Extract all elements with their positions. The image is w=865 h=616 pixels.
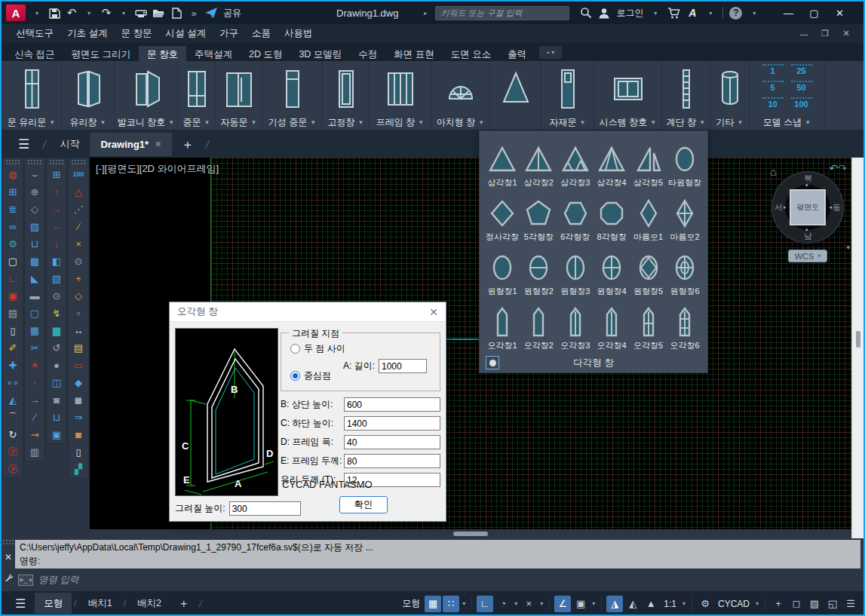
tool-icon[interactable]: ▣: [4, 287, 22, 305]
clean-screen[interactable]: ◱: [824, 596, 841, 612]
tool-icon[interactable]: ▭: [69, 357, 87, 374]
flyout-item-타원형창[interactable]: 타원형창: [667, 136, 703, 190]
customization-menu[interactable]: ☰: [842, 596, 859, 612]
tool-icon[interactable]: ↺: [48, 339, 66, 357]
vscroll-thumb[interactable]: [856, 331, 860, 348]
snap-value[interactable]: 1: [762, 64, 784, 81]
horizontal-scrollbar[interactable]: [90, 529, 852, 538]
viewcube-east[interactable]: 동: [833, 202, 841, 213]
save-icon[interactable]: [48, 5, 60, 20]
model-snap-grid[interactable]: 12555010100: [762, 63, 812, 115]
tool-icon[interactable]: ⋰: [69, 201, 87, 218]
tool-icon[interactable]: ✚: [4, 357, 22, 374]
workspace-label[interactable]: CYCAD: [715, 599, 753, 609]
search-input[interactable]: [435, 6, 569, 20]
tool-icon[interactable]: ⊞: [48, 166, 66, 183]
dropdown-icon[interactable]: ▾: [704, 5, 716, 20]
tool-icon[interactable]: ⇒: [69, 409, 87, 426]
polar-tracking-toggle[interactable]: ◔: [495, 596, 511, 612]
file-tab-menu-icon[interactable]: ☰: [8, 136, 40, 152]
flyout-item-오각창6[interactable]: 오각창6: [667, 299, 703, 353]
flyout-item-5각형창[interactable]: 5각형창: [520, 190, 557, 244]
flyout-item-오각창4[interactable]: 오각창4: [594, 299, 630, 353]
radio-two-points[interactable]: 두 점 사이: [290, 342, 345, 355]
door-glass-icon[interactable]: [14, 63, 49, 115]
person-icon[interactable]: [598, 5, 610, 20]
layout-tab-배치1[interactable]: 배치1: [79, 593, 121, 614]
tool-icon[interactable]: ◙: [69, 426, 87, 443]
tool-icon[interactable]: Ⓟ: [4, 461, 22, 478]
dialog-field-input[interactable]: [344, 397, 440, 412]
tool-icon[interactable]: ☀: [26, 357, 44, 374]
workspace-gear[interactable]: ⚙: [697, 596, 713, 612]
viewport-controls[interactable]: [-][평면도][2D 와이어프레임]: [96, 162, 219, 176]
tool-icon[interactable]: ∞: [4, 218, 22, 235]
annotation-autoscale-toggle[interactable]: ◭: [624, 596, 641, 612]
tool-icon[interactable]: ↔: [69, 322, 87, 339]
undo-icon[interactable]: ↶: [66, 5, 78, 20]
panel-label[interactable]: 기성 중문▼: [268, 115, 316, 129]
tool-icon[interactable]: ↯: [48, 305, 66, 322]
tool-icon[interactable]: +: [69, 270, 87, 287]
annotation-monitor[interactable]: ◻: [788, 596, 805, 612]
window-fixed-icon[interactable]: [329, 63, 363, 115]
window-arch-icon[interactable]: [443, 63, 478, 115]
open-icon[interactable]: [152, 5, 165, 20]
flyout-item-원형창4[interactable]: 원형창4: [594, 244, 630, 299]
tool-icon[interactable]: ⌒: [4, 409, 22, 426]
tool-icon[interactable]: →: [48, 201, 66, 218]
command-grip[interactable]: [3, 540, 14, 544]
tool-icon[interactable]: ▬: [26, 287, 44, 305]
ok-button[interactable]: 확인: [339, 496, 388, 513]
door-ready-icon[interactable]: [275, 63, 310, 115]
window-balcony-icon[interactable]: [129, 63, 164, 115]
flyout-item-삼각창1[interactable]: 삼각창1: [484, 136, 520, 190]
ribbon-tab-7[interactable]: 화면 표현: [385, 46, 442, 63]
panel-label[interactable]: 모델 스냅▼: [763, 115, 811, 129]
door-mid-icon[interactable]: [179, 63, 214, 115]
new-tab-button[interactable]: ＋: [172, 136, 203, 153]
flyout-item-원형창3[interactable]: 원형창3: [557, 244, 594, 299]
tool-icon[interactable]: ▯: [69, 443, 87, 461]
pin-icon[interactable]: [486, 356, 499, 369]
panel-label[interactable]: 시스템 창호▼: [600, 115, 656, 129]
menu-item-4[interactable]: 가구: [213, 25, 245, 41]
chevrons-icon[interactable]: »: [188, 5, 200, 20]
tool-icon[interactable]: ↑: [48, 183, 66, 201]
tool-icon[interactable]: ∘∘: [4, 374, 22, 391]
command-prompt-icon[interactable]: >_▾: [18, 575, 33, 586]
tool-icon[interactable]: ◫: [48, 374, 66, 391]
toolbar-grip[interactable]: [72, 160, 85, 164]
tool-icon[interactable]: ◆: [69, 374, 87, 391]
doc-minimize-button[interactable]: —: [794, 26, 814, 41]
tool-icon[interactable]: ∕: [69, 218, 87, 235]
tool-icon[interactable]: ⊔: [26, 235, 44, 253]
viewcube[interactable]: ⌂ ↶↷ 북 남 서 동 ▾ ▴ ▸ ◂ 평면도 ▾ WCS▾: [753, 161, 851, 272]
viewcube-face[interactable]: 평면도: [790, 189, 826, 225]
toolbar-grip[interactable]: [6, 160, 20, 164]
redo-icon[interactable]: ↷: [100, 5, 112, 20]
annotation-scale-value[interactable]: 1:1: [661, 599, 679, 609]
panel-label[interactable]: 프레임 창▼: [376, 115, 424, 129]
search-expand-icon[interactable]: ▸: [419, 5, 431, 20]
viewcube-ring[interactable]: 북 남 서 동 ▾ ▴ ▸ ◂ 평면도: [771, 171, 844, 244]
flyout-item-원형창5[interactable]: 원형창5: [630, 244, 667, 299]
cart-icon[interactable]: [667, 5, 680, 20]
tool-icon[interactable]: ⚙: [4, 235, 22, 253]
tool-icon[interactable]: 100: [69, 166, 87, 183]
object-snap-tracking-toggle[interactable]: ∠: [554, 596, 571, 612]
tab-drawing1[interactable]: Drawing1*✕: [90, 133, 172, 156]
tool-icon[interactable]: ⊸: [26, 426, 44, 443]
doc-close-button[interactable]: ✕: [836, 26, 856, 41]
help-icon[interactable]: ?: [729, 5, 742, 20]
dropdown-icon[interactable]: ▾: [754, 600, 760, 607]
vertical-scrollbar[interactable]: [851, 158, 863, 538]
tool-icon[interactable]: ◙: [48, 391, 66, 409]
dialog-field-input[interactable]: [344, 454, 440, 468]
flyout-item-마름모1[interactable]: 마름모1: [630, 190, 667, 244]
ortho-toggle[interactable]: ∟: [477, 596, 493, 612]
close-button[interactable]: ✕: [827, 3, 852, 23]
tool-icon[interactable]: ◧: [48, 253, 66, 270]
window-system-icon[interactable]: [611, 63, 646, 115]
command-input-row[interactable]: >_▾ 명령 입력: [15, 572, 860, 588]
